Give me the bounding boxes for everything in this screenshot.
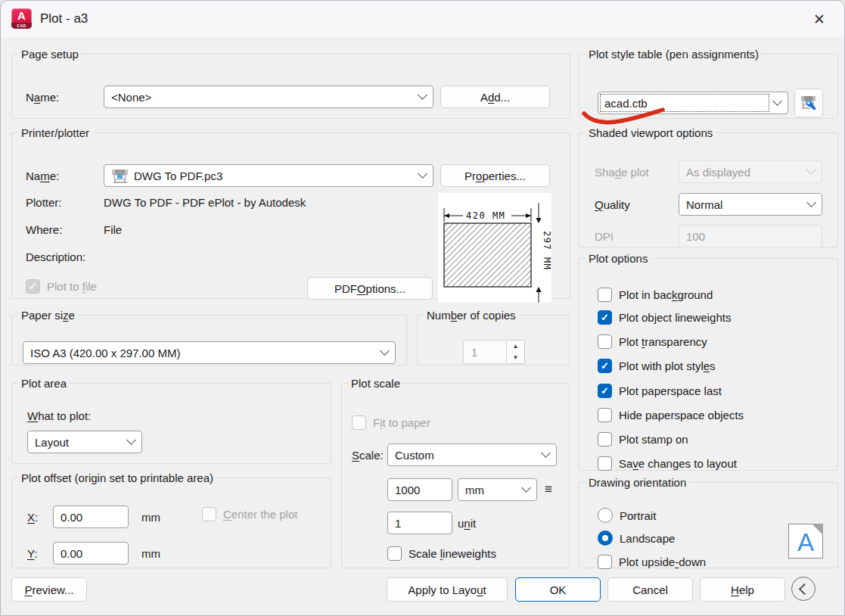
center-plot-label: Center the plot — [223, 508, 297, 521]
plot-with-plot-styles-checkbox[interactable] — [598, 359, 612, 373]
pdf-options-button[interactable]: PDF Options... — [307, 277, 433, 300]
plot-scale-legend: Plot scale — [348, 377, 403, 390]
plot-with-plot-styles-row: Plot with plot styles — [598, 359, 716, 373]
copies-value[interactable]: 1 — [463, 340, 507, 364]
offset-x-input[interactable]: 0.00 — [53, 506, 129, 528]
plot-in-background-checkbox[interactable] — [598, 288, 612, 302]
offset-y-label: Y: — [27, 547, 37, 560]
portrait-radio[interactable] — [598, 508, 613, 523]
autocad-badge-letter: A — [11, 8, 32, 23]
plot-upside-down-checkbox[interactable] — [598, 555, 612, 569]
plot-in-background-label: Plot in background — [619, 288, 713, 301]
where-value: File — [104, 223, 122, 236]
what-to-plot-select[interactable]: Layout — [27, 431, 142, 453]
preview-button[interactable]: Preview... — [11, 577, 87, 602]
plotter-icon — [111, 167, 129, 184]
offset-y-unit: mm — [141, 547, 160, 560]
plot-transparency-checkbox[interactable] — [598, 334, 612, 349]
hide-paperspace-objects-checkbox[interactable] — [598, 408, 612, 422]
scale-lineweights-row: Scale lineweights — [387, 546, 496, 561]
offset-x-unit: mm — [141, 511, 160, 524]
paper-size-value: ISO A3 (420.00 x 297.00 MM) — [30, 347, 377, 359]
autocad-badge-sub: CAD — [11, 23, 32, 29]
plot-object-lineweights-label: Plot object lineweights — [619, 311, 731, 324]
center-plot-checkbox[interactable] — [202, 507, 216, 521]
autocad-app-icon: A CAD — [11, 8, 32, 29]
landscape-label: Landscape — [620, 532, 675, 545]
shade-plot-label: Shade plot — [595, 166, 649, 179]
plot-dialog: A CAD Plot - a3 ✕ Page setup Name: <None… — [0, 0, 845, 616]
paper-height-label: 297 MM — [542, 231, 551, 270]
spinner-up-icon[interactable]: ▲ — [507, 341, 524, 352]
plot-offset-legend: Plot offset (origin set to printable are… — [18, 471, 216, 484]
ok-button[interactable]: OK — [515, 577, 601, 602]
close-icon[interactable]: ✕ — [809, 9, 829, 29]
fit-to-paper-label: Fit to paper — [373, 416, 430, 429]
plot-style-value: acad.ctb — [600, 94, 769, 112]
apply-to-layout-button[interactable]: Apply to Layout — [387, 577, 508, 602]
chevron-left-icon — [799, 583, 811, 595]
paper-size-select[interactable]: ISO A3 (420.00 x 297.00 MM) — [23, 341, 396, 364]
plot-upside-down-label: Plot upside-down — [619, 555, 706, 568]
plot-to-file-checkbox[interactable] — [26, 279, 40, 294]
edit-plot-style-button[interactable] — [794, 89, 823, 117]
shade-plot-value: As displayed — [686, 166, 803, 179]
plot-offset-group: Plot offset (origin set to printable are… — [11, 471, 331, 568]
scale-drawing-units-input[interactable]: 1 — [387, 512, 452, 534]
plot-to-file-row: Plot to file — [26, 279, 97, 294]
scale-select[interactable]: Custom — [387, 443, 557, 466]
page-setup-group: Page setup Name: <None> Add... — [11, 48, 570, 119]
add-button[interactable]: Add... — [440, 86, 550, 108]
printer-name-value: DWG To PDF.pc3 — [134, 170, 415, 182]
orientation-letter: A — [789, 526, 822, 559]
landscape-radio[interactable] — [598, 530, 613, 546]
properties-button[interactable]: Properties... — [440, 164, 550, 187]
scale-lineweights-checkbox[interactable] — [387, 546, 402, 561]
what-to-plot-value: Layout — [35, 436, 123, 449]
where-label: Where: — [26, 223, 62, 236]
scale-value: Custom — [395, 449, 538, 462]
paper-preview: 420 MM 297 MM — [438, 193, 551, 303]
plotter-wrench-icon — [799, 93, 819, 113]
plot-options-group: Plot options Plot in background Plot obj… — [579, 252, 838, 471]
less-options-button[interactable] — [791, 577, 815, 601]
printer-name-select[interactable]: DWG To PDF.pc3 — [104, 164, 433, 187]
dialog-title: Plot - a3 — [40, 1, 88, 37]
plot-paperspace-last-checkbox[interactable] — [598, 384, 612, 398]
plot-area-group: Plot area What to plot: Layout — [11, 377, 331, 464]
dpi-label: DPI — [595, 230, 614, 243]
plot-style-select[interactable]: acad.ctb — [598, 92, 788, 114]
copies-group: Number of copies 1 ▲ ▼ — [417, 309, 570, 366]
scale-unit-select[interactable]: mm — [458, 478, 537, 501]
spinner-down-icon[interactable]: ▼ — [507, 352, 524, 363]
scale-unit-value: mm — [465, 484, 518, 496]
orientation-paper-icon: A — [788, 524, 823, 558]
scale-label: Scale: — [352, 449, 384, 462]
offset-y-input[interactable]: 0.00 — [53, 542, 129, 565]
shaded-viewport-legend: Shaded viewport options — [586, 126, 716, 139]
page-setup-name-select[interactable]: <None> — [104, 86, 433, 108]
help-button[interactable]: Help — [700, 577, 785, 602]
shaded-viewport-group: Shaded viewport options Shade plot As di… — [579, 126, 838, 247]
plot-object-lineweights-checkbox[interactable] — [598, 310, 612, 325]
quality-label: Quality — [595, 198, 630, 211]
cancel-button[interactable]: Cancel — [607, 577, 693, 602]
copies-spinner[interactable]: 1 ▲ ▼ — [463, 340, 525, 364]
plot-transparency-row: Plot transparency — [598, 334, 707, 349]
scale-paper-units-input[interactable]: 1000 — [387, 478, 452, 501]
fit-to-paper-checkbox[interactable] — [352, 415, 366, 430]
plot-stamp-on-checkbox[interactable] — [598, 432, 612, 446]
quality-select[interactable]: Normal — [679, 193, 822, 216]
printer-plotter-group: Printer/plotter Name: DWG To PDF.pc3 Pro… — [11, 126, 570, 299]
shade-plot-select: As displayed — [679, 160, 822, 183]
landscape-row: Landscape — [598, 530, 675, 546]
printer-name-label: Name: — [26, 170, 59, 182]
plot-object-lineweights-row: Plot object lineweights — [598, 310, 731, 325]
save-changes-checkbox[interactable] — [598, 456, 612, 471]
plotter-label: Plotter: — [26, 196, 62, 209]
what-to-plot-label: What to plot: — [27, 409, 91, 422]
copies-spinner-arrows: ▲ ▼ — [507, 340, 525, 364]
plot-style-group: Plot style table (pen assignments) acad.… — [579, 48, 838, 119]
chevron-down-icon — [806, 198, 816, 207]
scale-lineweights-label: Scale lineweights — [409, 547, 496, 560]
